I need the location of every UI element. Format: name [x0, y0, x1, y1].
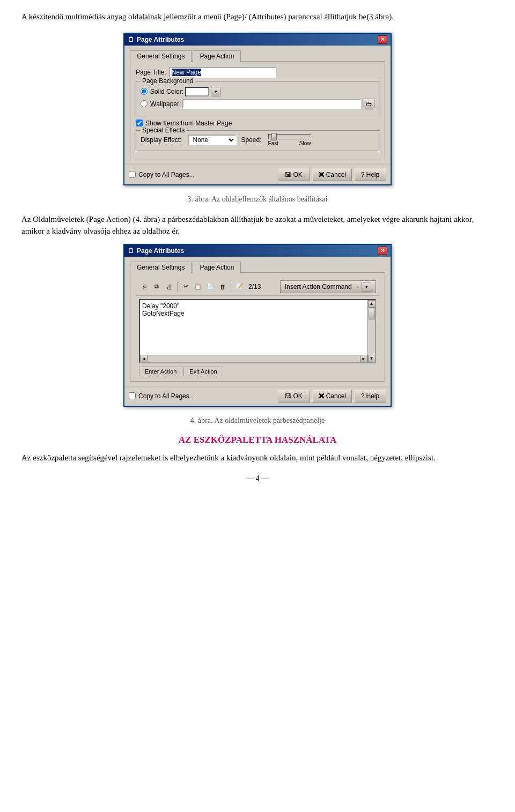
- speed-slider-container: Fast Slow: [268, 134, 311, 146]
- dialog1-cancel-button[interactable]: 🗙 Cancel: [312, 168, 352, 181]
- dialog1-tab-bar: General Settings Page Action: [130, 50, 385, 62]
- dialog2-body: General Settings Page Action ⎘ ⧉ 🖨 ✂ 📋 📄…: [124, 257, 391, 386]
- page-number-dash-right: —: [261, 474, 269, 482]
- enter-action-tab[interactable]: Enter Action: [139, 367, 182, 376]
- wallpaper-browse-btn[interactable]: 🗁: [363, 99, 374, 109]
- dialog1-ok-button[interactable]: 🖫 OK: [278, 168, 310, 181]
- solid-color-arrow-btn[interactable]: ▾: [211, 87, 220, 96]
- speed-label: Speed:: [241, 136, 261, 144]
- scroll-up-arrow[interactable]: ▲: [368, 300, 376, 308]
- dialog1-close-button[interactable]: ✕: [378, 35, 387, 44]
- action-tabs: Enter Action Exit Action: [136, 367, 379, 376]
- intro-paragraph: A készítendő multimédiás anyag oldalaina…: [21, 11, 494, 23]
- dialog1-body: General Settings Page Action Page Title:…: [124, 46, 391, 165]
- toolbar-copy2-icon[interactable]: ⧉: [151, 281, 162, 292]
- dialog2-cancel-button[interactable]: 🗙 Cancel: [312, 390, 352, 403]
- dialog1-wrapper: 🗒 Page Attributes ✕ General Settings Pag…: [21, 33, 494, 185]
- page-background-group: Page Background Solid Color: ▾ Wallpaper…: [136, 81, 379, 116]
- body-text-2: Az eszközpaletta segítségével rajzelemek…: [21, 452, 494, 464]
- show-items-label: Show Items from Master Page: [145, 120, 232, 127]
- special-effects-group: Special Effects Display Effect: None Spe…: [136, 130, 379, 151]
- wallpaper-label: W: [150, 100, 156, 108]
- special-effects-row: Display Effect: None Speed: Fast Slow: [141, 134, 374, 146]
- insert-action-button[interactable]: Insert Action Command → ▾: [280, 280, 376, 293]
- tab-page-action[interactable]: Page Action: [193, 50, 241, 62]
- toolbar-script-icon[interactable]: 📝: [234, 281, 245, 292]
- page-number-dash-left: —: [246, 474, 256, 482]
- cancel-icon: 🗙: [318, 171, 325, 178]
- dialog2-close-button[interactable]: ✕: [378, 247, 387, 255]
- toolbar-delete-icon[interactable]: 🗑: [217, 281, 228, 292]
- scroll-down-arrow[interactable]: ▼: [368, 355, 376, 362]
- display-effect-select[interactable]: None: [188, 135, 237, 145]
- tab-general-settings[interactable]: General Settings: [130, 50, 192, 62]
- dialog2-titlebar: 🗒 Page Attributes ✕: [124, 245, 391, 257]
- cancel2-icon: 🗙: [318, 392, 325, 400]
- section-heading: AZ ESZKÖZPALETTA HASZNÁLATA: [21, 435, 494, 445]
- tab2-page-action[interactable]: Page Action: [193, 262, 241, 273]
- dialog2-tab-bar: General Settings Page Action: [130, 261, 385, 273]
- toolbar-page-indicator: 2/13: [248, 283, 261, 290]
- scroll-bar-horizontal[interactable]: ◄ ►: [140, 355, 367, 362]
- dialog2-tab-content: ⎘ ⧉ 🖨 ✂ 📋 📄 🗑 📝 2/13 Insert Action Comma…: [130, 272, 385, 382]
- toolbar-paste1-icon[interactable]: 📋: [193, 281, 203, 292]
- show-items-row: Show Items from Master Page: [136, 120, 379, 127]
- toolbar-cut-icon[interactable]: ✂: [180, 281, 191, 292]
- wallpaper-label-rest: allpaper:: [156, 100, 181, 108]
- insert-action-arrow[interactable]: ▾: [362, 282, 371, 292]
- copy-to-all-area: Copy to All Pages...: [129, 171, 276, 178]
- speed-slider-track[interactable]: [268, 134, 311, 139]
- caption2: 4. ábra. Az oldalműveletek párbeszédpane…: [21, 416, 494, 425]
- action-line-1: Delay "2000": [142, 302, 373, 310]
- dialog2-help-button[interactable]: ? Help: [354, 390, 386, 403]
- scroll-left-arrow[interactable]: ◄: [140, 355, 148, 362]
- toolbar-print-icon[interactable]: 🖨: [164, 281, 174, 292]
- solid-color-swatch[interactable]: [185, 87, 209, 96]
- dialog1-tab-content: Page Title: New Page Page Background Sol…: [130, 61, 385, 160]
- dialog2-toolbar: ⎘ ⧉ 🖨 ✂ 📋 📄 🗑 📝 2/13 Insert Action Comma…: [136, 278, 379, 296]
- dialog1-help-button[interactable]: ? Help: [354, 168, 386, 181]
- help2-icon: ?: [361, 392, 365, 400]
- page-title-value: New Page: [172, 69, 201, 76]
- insert-action-label: Insert Action Command →: [285, 283, 360, 290]
- show-items-checkbox[interactable]: [136, 120, 143, 126]
- scroll-right-arrow[interactable]: ►: [360, 355, 367, 362]
- dialog1-title-text: Page Attributes: [137, 36, 184, 43]
- ok2-icon: 🖫: [285, 392, 291, 400]
- page-number-area: — 4 —: [21, 474, 494, 483]
- copy-to-all-checkbox[interactable]: [129, 171, 136, 178]
- body-text-1: Az Oldalműveletek (Page Action) (4. ábra…: [21, 213, 494, 237]
- toolbar-paste2-icon[interactable]: 📄: [205, 281, 216, 292]
- wallpaper-radio[interactable]: [141, 100, 148, 107]
- dialog2-ok-button[interactable]: 🖫 OK: [278, 390, 310, 403]
- enter-action-label: Enter Action: [145, 368, 176, 375]
- wallpaper-input[interactable]: [182, 99, 361, 109]
- dialog1-title-icon: 🗒: [128, 36, 134, 43]
- toolbar-copy1-icon[interactable]: ⎘: [139, 281, 150, 292]
- toolbar-sep2: [231, 282, 231, 292]
- page-number: 4: [256, 474, 260, 482]
- action-content: Delay "2000" GotoNextPage: [140, 300, 375, 319]
- speed-slider-labels: Fast Slow: [268, 140, 311, 146]
- speed-slider-thumb[interactable]: [271, 133, 277, 140]
- copy-to-all-checkbox2[interactable]: [129, 392, 136, 399]
- dialog2-title-icon: 🗒: [128, 247, 134, 255]
- dialog2-title-text: Page Attributes: [137, 247, 184, 255]
- ok-label: OK: [293, 171, 302, 178]
- scroll-thumb[interactable]: [369, 309, 375, 319]
- page-title-input[interactable]: New Page: [169, 67, 276, 78]
- cancel-label: Cancel: [326, 171, 346, 178]
- dialog2-footer: Copy to All Pages... 🖫 OK 🗙 Cancel ? Hel…: [124, 386, 391, 406]
- wallpaper-row: Wallpaper: 🗁: [141, 99, 374, 109]
- ok-icon: 🖫: [285, 171, 291, 178]
- solid-color-label: Solid Color:: [150, 88, 183, 95]
- dialog1: 🗒 Page Attributes ✕ General Settings Pag…: [123, 33, 392, 185]
- scroll-bar-vertical[interactable]: ▲ ▼: [367, 300, 375, 362]
- page-title-row: Page Title: New Page: [136, 67, 379, 78]
- dialog2-title-area: 🗒 Page Attributes: [128, 247, 184, 255]
- page-title-label: Page Title:: [136, 69, 166, 76]
- solid-color-radio[interactable]: [141, 88, 148, 95]
- tab2-general-settings[interactable]: General Settings: [130, 262, 192, 273]
- special-effects-legend: Special Effects: [141, 126, 186, 134]
- exit-action-tab[interactable]: Exit Action: [183, 367, 223, 376]
